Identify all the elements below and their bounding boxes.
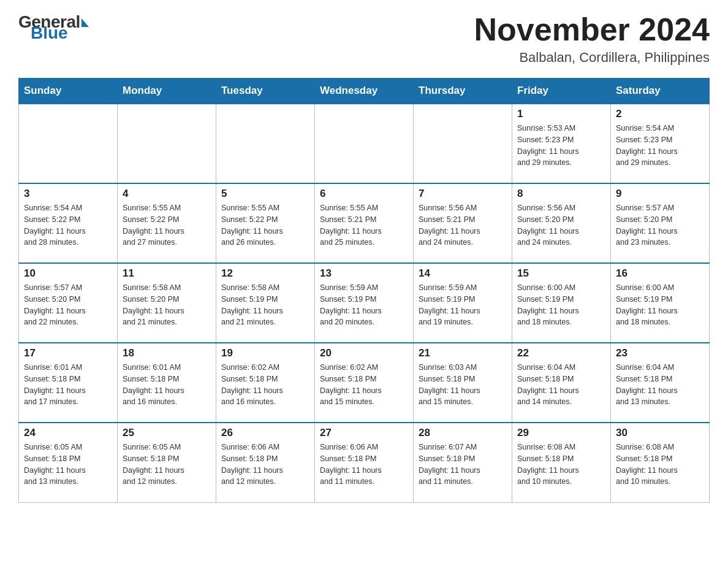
header-saturday: Saturday: [611, 79, 710, 104]
table-row: 6Sunrise: 5:55 AM Sunset: 5:21 PM Daylig…: [315, 183, 414, 263]
day-info: Sunrise: 5:54 AM Sunset: 5:22 PM Dayligh…: [24, 202, 112, 248]
day-info: Sunrise: 5:59 AM Sunset: 5:19 PM Dayligh…: [320, 282, 408, 328]
calendar-week-row: 17Sunrise: 6:01 AM Sunset: 5:18 PM Dayli…: [19, 343, 710, 423]
day-number: 26: [221, 427, 309, 439]
calendar-week-row: 10Sunrise: 5:57 AM Sunset: 5:20 PM Dayli…: [19, 263, 710, 343]
day-number: 20: [320, 347, 408, 359]
day-number: 27: [320, 427, 408, 439]
table-row: 11Sunrise: 5:58 AM Sunset: 5:20 PM Dayli…: [118, 263, 216, 343]
calendar-week-row: 1Sunrise: 5:53 AM Sunset: 5:23 PM Daylig…: [19, 104, 710, 183]
day-number: 30: [616, 427, 704, 439]
day-number: 12: [221, 267, 309, 280]
day-info: Sunrise: 6:08 AM Sunset: 5:18 PM Dayligh…: [616, 442, 704, 488]
table-row: 14Sunrise: 5:59 AM Sunset: 5:19 PM Dayli…: [414, 263, 512, 343]
day-info: Sunrise: 5:53 AM Sunset: 5:23 PM Dayligh…: [517, 123, 605, 169]
table-row: 16Sunrise: 6:00 AM Sunset: 5:19 PM Dayli…: [611, 263, 710, 343]
day-number: 15: [517, 267, 605, 280]
day-info: Sunrise: 6:08 AM Sunset: 5:18 PM Dayligh…: [517, 442, 605, 488]
day-info: Sunrise: 6:07 AM Sunset: 5:18 PM Dayligh…: [419, 442, 507, 488]
day-number: 14: [419, 267, 507, 280]
day-number: 2: [616, 108, 704, 120]
table-row: 21Sunrise: 6:03 AM Sunset: 5:18 PM Dayli…: [414, 343, 512, 423]
calendar-table: Sunday Monday Tuesday Wednesday Thursday…: [18, 78, 710, 503]
header-monday: Monday: [118, 79, 216, 104]
table-row: 17Sunrise: 6:01 AM Sunset: 5:18 PM Dayli…: [19, 343, 118, 423]
day-number: 1: [517, 108, 605, 120]
day-info: Sunrise: 5:57 AM Sunset: 5:20 PM Dayligh…: [24, 282, 112, 328]
day-info: Sunrise: 5:58 AM Sunset: 5:19 PM Dayligh…: [221, 282, 309, 328]
table-row: 15Sunrise: 6:00 AM Sunset: 5:19 PM Dayli…: [512, 263, 611, 343]
location-title: Balbalan, Cordillera, Philippines: [474, 50, 710, 66]
day-number: 9: [616, 188, 704, 200]
day-info: Sunrise: 6:00 AM Sunset: 5:19 PM Dayligh…: [616, 282, 704, 328]
day-number: 25: [123, 427, 211, 439]
header-thursday: Thursday: [414, 79, 512, 104]
day-number: 28: [419, 427, 507, 439]
table-row: 9Sunrise: 5:57 AM Sunset: 5:20 PM Daylig…: [611, 183, 710, 263]
header-wednesday: Wednesday: [315, 79, 414, 104]
calendar-header-row: Sunday Monday Tuesday Wednesday Thursday…: [19, 79, 710, 104]
day-number: 4: [123, 188, 211, 200]
day-info: Sunrise: 6:06 AM Sunset: 5:18 PM Dayligh…: [320, 442, 408, 488]
table-row: 18Sunrise: 6:01 AM Sunset: 5:18 PM Dayli…: [118, 343, 216, 423]
table-row: 5Sunrise: 5:55 AM Sunset: 5:22 PM Daylig…: [216, 183, 315, 263]
day-info: Sunrise: 5:58 AM Sunset: 5:20 PM Dayligh…: [123, 282, 211, 328]
day-info: Sunrise: 5:56 AM Sunset: 5:21 PM Dayligh…: [419, 202, 507, 248]
table-row: 7Sunrise: 5:56 AM Sunset: 5:21 PM Daylig…: [414, 183, 512, 263]
table-row: 3Sunrise: 5:54 AM Sunset: 5:22 PM Daylig…: [19, 183, 118, 263]
table-row: 22Sunrise: 6:04 AM Sunset: 5:18 PM Dayli…: [512, 343, 611, 423]
table-row: 13Sunrise: 5:59 AM Sunset: 5:19 PM Dayli…: [315, 263, 414, 343]
day-number: 5: [221, 188, 309, 200]
calendar-week-row: 24Sunrise: 6:05 AM Sunset: 5:18 PM Dayli…: [19, 423, 710, 502]
table-row: 29Sunrise: 6:08 AM Sunset: 5:18 PM Dayli…: [512, 423, 611, 502]
table-row: 26Sunrise: 6:06 AM Sunset: 5:18 PM Dayli…: [216, 423, 315, 502]
logo: General Blue: [18, 12, 89, 43]
table-row: 19Sunrise: 6:02 AM Sunset: 5:18 PM Dayli…: [216, 343, 315, 423]
day-number: 8: [517, 188, 605, 200]
table-row: [19, 104, 118, 183]
table-row: 4Sunrise: 5:55 AM Sunset: 5:22 PM Daylig…: [118, 183, 216, 263]
table-row: 28Sunrise: 6:07 AM Sunset: 5:18 PM Dayli…: [414, 423, 512, 502]
day-number: 22: [517, 347, 605, 359]
day-number: 13: [320, 267, 408, 280]
day-info: Sunrise: 6:01 AM Sunset: 5:18 PM Dayligh…: [123, 362, 211, 408]
table-row: 23Sunrise: 6:04 AM Sunset: 5:18 PM Dayli…: [611, 343, 710, 423]
day-info: Sunrise: 6:04 AM Sunset: 5:18 PM Dayligh…: [517, 362, 605, 408]
day-info: Sunrise: 5:57 AM Sunset: 5:20 PM Dayligh…: [616, 202, 704, 248]
day-info: Sunrise: 5:56 AM Sunset: 5:20 PM Dayligh…: [517, 202, 605, 248]
table-row: 30Sunrise: 6:08 AM Sunset: 5:18 PM Dayli…: [611, 423, 710, 502]
day-info: Sunrise: 5:55 AM Sunset: 5:22 PM Dayligh…: [123, 202, 211, 248]
table-row: [118, 104, 216, 183]
day-number: 10: [24, 267, 112, 280]
calendar-week-row: 3Sunrise: 5:54 AM Sunset: 5:22 PM Daylig…: [19, 183, 710, 263]
header-tuesday: Tuesday: [216, 79, 315, 104]
day-number: 3: [24, 188, 112, 200]
day-info: Sunrise: 6:02 AM Sunset: 5:18 PM Dayligh…: [320, 362, 408, 408]
table-row: 1Sunrise: 5:53 AM Sunset: 5:23 PM Daylig…: [512, 104, 611, 183]
page-header: General Blue November 2024 Balbalan, Cor…: [18, 12, 710, 66]
day-info: Sunrise: 5:55 AM Sunset: 5:21 PM Dayligh…: [320, 202, 408, 248]
month-title: November 2024: [474, 12, 710, 47]
day-info: Sunrise: 5:54 AM Sunset: 5:23 PM Dayligh…: [616, 123, 704, 169]
day-number: 19: [221, 347, 309, 359]
logo-triangle-icon: [82, 18, 89, 27]
day-number: 21: [419, 347, 507, 359]
day-info: Sunrise: 6:06 AM Sunset: 5:18 PM Dayligh…: [221, 442, 309, 488]
table-row: [315, 104, 414, 183]
table-row: 20Sunrise: 6:02 AM Sunset: 5:18 PM Dayli…: [315, 343, 414, 423]
table-row: 2Sunrise: 5:54 AM Sunset: 5:23 PM Daylig…: [611, 104, 710, 183]
header-friday: Friday: [512, 79, 611, 104]
title-section: November 2024 Balbalan, Cordillera, Phil…: [474, 12, 710, 66]
day-number: 16: [616, 267, 704, 280]
table-row: 8Sunrise: 5:56 AM Sunset: 5:20 PM Daylig…: [512, 183, 611, 263]
table-row: 25Sunrise: 6:05 AM Sunset: 5:18 PM Dayli…: [118, 423, 216, 502]
day-number: 29: [517, 427, 605, 439]
day-info: Sunrise: 6:05 AM Sunset: 5:18 PM Dayligh…: [123, 442, 211, 488]
table-row: 12Sunrise: 5:58 AM Sunset: 5:19 PM Dayli…: [216, 263, 315, 343]
table-row: [216, 104, 315, 183]
day-info: Sunrise: 6:04 AM Sunset: 5:18 PM Dayligh…: [616, 362, 704, 408]
day-info: Sunrise: 6:00 AM Sunset: 5:19 PM Dayligh…: [517, 282, 605, 328]
day-number: 11: [123, 267, 211, 280]
day-info: Sunrise: 6:02 AM Sunset: 5:18 PM Dayligh…: [221, 362, 309, 408]
day-number: 17: [24, 347, 112, 359]
